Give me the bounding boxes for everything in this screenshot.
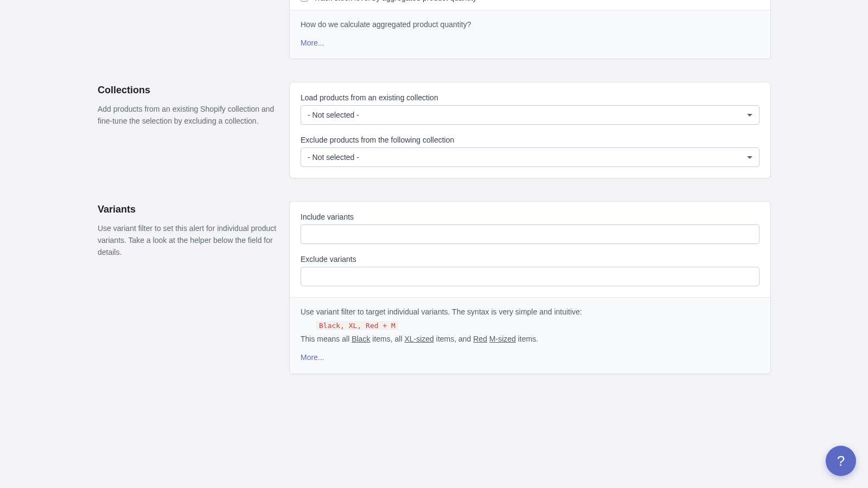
exclude-variants-label: Exclude variants bbox=[301, 255, 760, 264]
load-collection-select[interactable]: - Not selected - bbox=[301, 105, 760, 125]
include-variants-input[interactable] bbox=[301, 224, 760, 244]
variants-help-explain: This means all Black items, all XL-sized… bbox=[301, 333, 760, 345]
load-collection-value: - Not selected - bbox=[308, 111, 359, 119]
variants-more-link[interactable]: More... bbox=[301, 352, 324, 364]
help-fab-button[interactable]: ? bbox=[826, 446, 856, 476]
stock-level-card: Track stock level by aggregated product … bbox=[290, 0, 770, 59]
stock-level-help: How do we calculate aggregated product q… bbox=[290, 10, 770, 59]
chevron-down-icon bbox=[747, 114, 752, 117]
chevron-down-icon bbox=[747, 156, 752, 159]
variants-help: Use variant filter to target individual … bbox=[290, 297, 770, 373]
variants-help-code: Black, XL, Red + M bbox=[316, 321, 399, 330]
load-collection-label: Load products from an existing collectio… bbox=[301, 93, 760, 102]
exclude-collection-value: - Not selected - bbox=[308, 153, 359, 162]
collections-card: Load products from an existing collectio… bbox=[290, 82, 770, 178]
variants-help-intro: Use variant filter to target individual … bbox=[301, 306, 760, 318]
variants-desc: Use variant filter to set this alert for… bbox=[98, 223, 277, 258]
stock-level-more-link[interactable]: More... bbox=[301, 37, 324, 49]
exclude-variants-input[interactable] bbox=[301, 267, 760, 286]
track-stock-label: Track stock level by aggregated product … bbox=[314, 0, 477, 2]
include-variants-label: Include variants bbox=[301, 213, 760, 221]
question-icon: ? bbox=[837, 453, 845, 470]
variants-title: Variants bbox=[98, 204, 277, 215]
track-stock-checkbox[interactable] bbox=[301, 0, 308, 2]
stock-level-help-text: How do we calculate aggregated product q… bbox=[301, 19, 760, 31]
variants-card: Include variants Exclude variants Use va… bbox=[290, 202, 770, 373]
collections-title: Collections bbox=[98, 85, 277, 96]
exclude-collection-label: Exclude products from the following coll… bbox=[301, 136, 760, 144]
collections-desc: Add products from an existing Shopify co… bbox=[98, 104, 277, 127]
exclude-collection-select[interactable]: - Not selected - bbox=[301, 147, 760, 167]
